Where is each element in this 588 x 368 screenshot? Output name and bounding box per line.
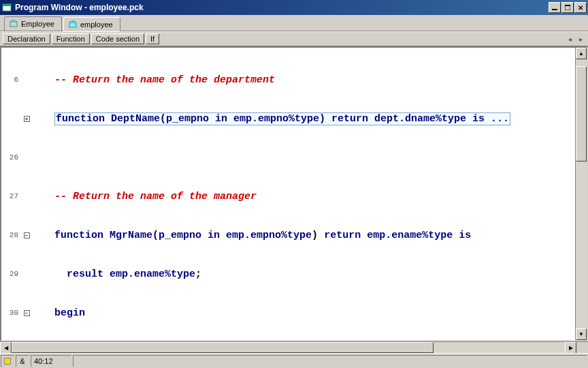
editor-area: 6-- Return the name of the department +f…: [0, 46, 588, 341]
scroll-thumb-h[interactable]: [12, 342, 434, 353]
vertical-scrollbar[interactable]: ▲ ▼: [575, 48, 587, 340]
tab-employee-spec[interactable]: Employee: [4, 16, 62, 31]
tab-label: Employee: [21, 20, 54, 28]
line-number: 26: [3, 151, 20, 164]
line-number: 28: [3, 229, 20, 242]
svg-rect-2: [552, 9, 557, 10]
window-title: Program Window - employee.pck: [15, 3, 549, 12]
scroll-up-button[interactable]: ▲: [576, 48, 587, 59]
crumb-if[interactable]: If: [146, 33, 159, 44]
minimize-button[interactable]: [549, 2, 561, 13]
fold-expand-icon[interactable]: +: [24, 116, 30, 122]
line-number: 27: [3, 190, 20, 203]
close-button[interactable]: ✕: [574, 2, 587, 13]
fold-collapse-icon[interactable]: −: [24, 232, 30, 239]
tab-label: employee: [80, 20, 113, 29]
scroll-right-button[interactable]: ▶: [565, 342, 576, 354]
code-editor[interactable]: 6-- Return the name of the department +f…: [1, 48, 587, 340]
title-bar: Program Window - employee.pck ✕: [0, 0, 588, 15]
status-cursor-position: 40:12: [31, 355, 71, 367]
nav-prev-icon[interactable]: ◂: [565, 34, 574, 44]
line-number: 29: [3, 268, 20, 281]
tab-strip: Employee employee: [0, 15, 588, 31]
svg-rect-5: [10, 22, 17, 27]
line-number: 30: [3, 307, 20, 320]
horizontal-scrollbar[interactable]: ◀ ▶: [0, 341, 588, 353]
status-modified-icon: [1, 355, 14, 367]
nav-next-icon[interactable]: ▸: [576, 34, 585, 44]
status-bar: & 40:12: [0, 353, 588, 368]
scroll-left-button[interactable]: ◀: [0, 342, 12, 354]
maximize-button[interactable]: [561, 2, 574, 13]
package-body-icon: [68, 20, 78, 29]
svg-rect-6: [69, 22, 76, 27]
status-message: [73, 355, 587, 367]
crumb-code-section[interactable]: Code section: [91, 33, 144, 44]
crumb-function[interactable]: Function: [52, 33, 90, 44]
tab-employee-body[interactable]: employee: [63, 17, 120, 31]
svg-rect-4: [565, 5, 570, 6]
scroll-down-button[interactable]: ▼: [576, 328, 587, 340]
status-amp: &: [16, 355, 29, 367]
package-spec-icon: [9, 19, 18, 29]
svg-rect-1: [3, 4, 11, 6]
breadcrumb-bar: Declaration Function Code section If ◂ ▸: [0, 31, 588, 46]
app-icon: [1, 2, 12, 13]
scroll-thumb[interactable]: [576, 66, 587, 162]
line-number: 6: [3, 74, 20, 87]
scroll-corner: [576, 342, 588, 353]
fold-collapse-icon[interactable]: −: [24, 310, 30, 316]
crumb-declaration[interactable]: Declaration: [3, 33, 50, 44]
